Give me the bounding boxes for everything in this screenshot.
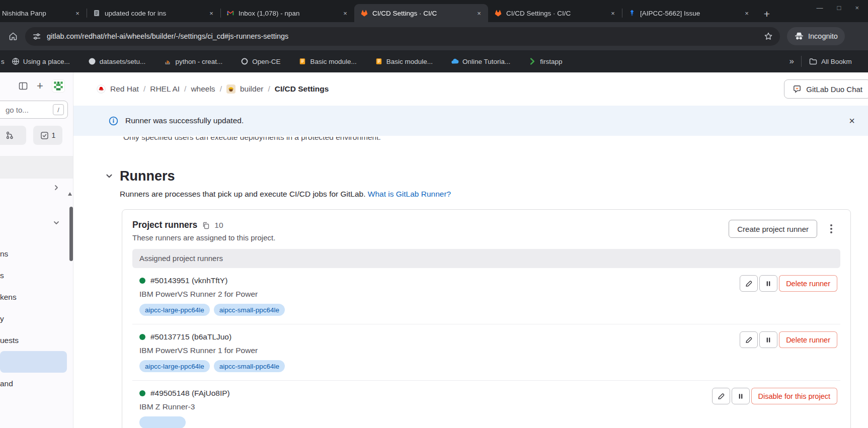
sidebar-item-cicd-active[interactable] <box>0 351 67 373</box>
pause-runner-button[interactable] <box>732 388 750 404</box>
site-settings-icon[interactable] <box>32 32 41 41</box>
scroll-up-arrow[interactable] <box>68 192 72 196</box>
pause-runner-button[interactable] <box>759 275 777 292</box>
section-chevron-down-icon[interactable] <box>105 172 114 181</box>
tab-title: CI/CD Settings · CI/C <box>372 10 473 17</box>
search-box[interactable]: go to... / <box>0 101 68 119</box>
todo-shortcut[interactable]: 1 <box>33 126 62 145</box>
breadcrumb-wheels[interactable]: wheels <box>191 84 215 94</box>
window-controls: — □ × <box>817 4 859 12</box>
pause-runner-button[interactable] <box>759 331 777 348</box>
sidebar-toggle-icon[interactable] <box>18 81 28 91</box>
breadcrumb-rhel-ai[interactable]: RHEL AI <box>150 84 180 94</box>
bookmark-item[interactable]: Using a place... <box>12 57 70 65</box>
window-close-icon[interactable]: × <box>855 4 859 12</box>
bookmark-item[interactable]: Online Tutoria... <box>451 57 510 65</box>
tab-close-icon[interactable]: × <box>608 9 617 18</box>
what-is-gitlab-runner-link[interactable]: What is GitLab Runner? <box>368 190 451 198</box>
runner-description: IBM PowerVS Runner 2 for Power <box>139 290 285 299</box>
tab-close-icon[interactable]: × <box>742 9 751 18</box>
tab-close-icon[interactable]: × <box>475 9 484 18</box>
home-icon[interactable] <box>8 31 18 41</box>
todo-check-icon <box>40 131 49 140</box>
alert-close-icon[interactable]: × <box>849 115 855 127</box>
runner-tag: aipcc-small-ppc64le <box>214 304 285 316</box>
edit-runner-button[interactable] <box>740 275 758 292</box>
tab-close-icon[interactable]: × <box>341 9 350 18</box>
sidebar-item-requests[interactable]: uests <box>0 329 73 351</box>
tab-close-icon[interactable]: × <box>73 9 82 18</box>
runners-title: Runners <box>120 168 175 184</box>
disable-runner-button[interactable]: Disable for this project <box>751 388 837 404</box>
clipped-text-line: Only specified users can execute deploym… <box>123 137 868 144</box>
breadcrumb-redhat[interactable]: Red Hat <box>110 84 139 94</box>
bookmark-label: Open-CE <box>252 58 280 65</box>
cloud-icon <box>451 57 459 65</box>
breadcrumb-current-page: CI/CD Settings <box>275 84 329 94</box>
tab-nishidha[interactable]: Nishidha Panp × <box>0 4 87 22</box>
runner-id[interactable]: #49505148 (FAjUo8IP) <box>150 389 230 398</box>
sidebar-item-tokens[interactable]: kens <box>0 286 73 308</box>
bookmarks-overflow-chevron[interactable]: » <box>790 56 794 66</box>
runner-tag: aipcc-small-ppc64le <box>214 360 285 372</box>
edit-runner-button[interactable] <box>712 388 730 404</box>
runner-tag <box>139 416 186 428</box>
runner-id[interactable]: #50143951 (vknhTftY) <box>150 276 227 285</box>
green-chevron-icon <box>528 57 536 65</box>
tab-jira-issue[interactable]: [AIPCC-5662] Issue × <box>622 4 756 22</box>
create-new-icon[interactable]: + <box>37 79 43 93</box>
project-runners-title: Project runners <box>132 220 197 230</box>
maximize-icon[interactable]: □ <box>837 4 841 12</box>
sidebar-item-packages[interactable]: and <box>0 373 73 394</box>
info-icon <box>109 116 118 126</box>
edit-runner-button[interactable] <box>740 331 758 348</box>
scrollbar-thumb[interactable] <box>69 207 73 261</box>
project-runners-subtitle: These runners are assigned to this proje… <box>132 233 275 242</box>
runner-row: #50143951 (vknhTftY) IBM PowerVS Runner … <box>132 268 840 324</box>
tab-title: Nishidha Panp <box>2 10 71 17</box>
bookmark-fragment[interactable]: s <box>1 58 5 65</box>
create-project-runner-button[interactable]: Create project runner <box>729 220 817 238</box>
sidebar-item-integrations[interactable]: ns <box>0 243 73 265</box>
new-tab-button[interactable]: + <box>759 6 775 22</box>
merge-requests-shortcut[interactable] <box>0 126 26 145</box>
tab-title: CI/CD Settings · CI/C <box>506 10 607 17</box>
module-icon <box>298 57 306 65</box>
bookmark-item[interactable]: datasets/setu... <box>88 57 146 65</box>
kebab-menu-icon[interactable] <box>822 220 840 238</box>
sidebar-item-repository[interactable]: y <box>0 308 73 329</box>
tab-cicd-settings-2[interactable]: CI/CD Settings · CI/C × <box>488 4 622 22</box>
bookmark-item[interactable]: firstapp <box>528 57 562 65</box>
bookmark-item[interactable]: Open-CE <box>241 57 280 65</box>
breadcrumb-builder[interactable]: builder <box>240 84 264 94</box>
gitlab-sidebar: + go to... / 1 <box>0 72 73 428</box>
all-bookmarks-button[interactable]: All Bookm <box>809 57 868 66</box>
sidebar-section-collapsed[interactable] <box>0 182 73 194</box>
minimize-icon[interactable]: — <box>817 4 823 12</box>
duo-chat-label: GitLab Duo Chat <box>806 85 862 94</box>
sidebar-section-band <box>0 156 73 179</box>
tab-gmail-inbox[interactable]: Inbox (1,078) - npan × <box>220 4 354 22</box>
bookmark-item[interactable]: Basic module... <box>298 57 356 65</box>
runner-online-status-dot <box>139 278 145 284</box>
copy-icon <box>202 221 210 229</box>
sidebar-section-expanded[interactable] <box>0 217 73 229</box>
sidebar-item-webhooks[interactable]: s <box>0 265 73 286</box>
tab-cicd-settings-active[interactable]: CI/CD Settings · CI/C × <box>354 4 488 22</box>
breadcrumb-separator: / <box>143 84 145 94</box>
delete-runner-button[interactable]: Delete runner <box>779 275 837 292</box>
sidebar-scrollbar[interactable] <box>68 192 72 196</box>
assigned-runners-header: Assigned project runners <box>132 249 840 268</box>
tab-close-icon[interactable]: × <box>207 9 216 18</box>
bookmark-item[interactable]: Basic module... <box>375 57 433 65</box>
tab-updated-code[interactable]: updated code for ins × <box>87 4 220 22</box>
delete-runner-button[interactable]: Delete runner <box>779 331 837 348</box>
url-bar[interactable]: gitlab.com/redhat/rhel-ai/wheels/builder… <box>25 27 780 46</box>
bookmark-item[interactable]: python - creat... <box>164 57 222 65</box>
bookmark-star-icon[interactable] <box>764 32 773 41</box>
project-avatar[interactable] <box>52 79 65 93</box>
gitlab-duo-chat-button[interactable]: GitLab Duo Chat <box>784 79 868 99</box>
runner-id[interactable]: #50137715 (b6aTLJuo) <box>150 332 231 341</box>
runner-tag: aipcc-large-ppc64le <box>139 304 210 316</box>
bookmark-label: Online Tutoria... <box>462 58 510 65</box>
